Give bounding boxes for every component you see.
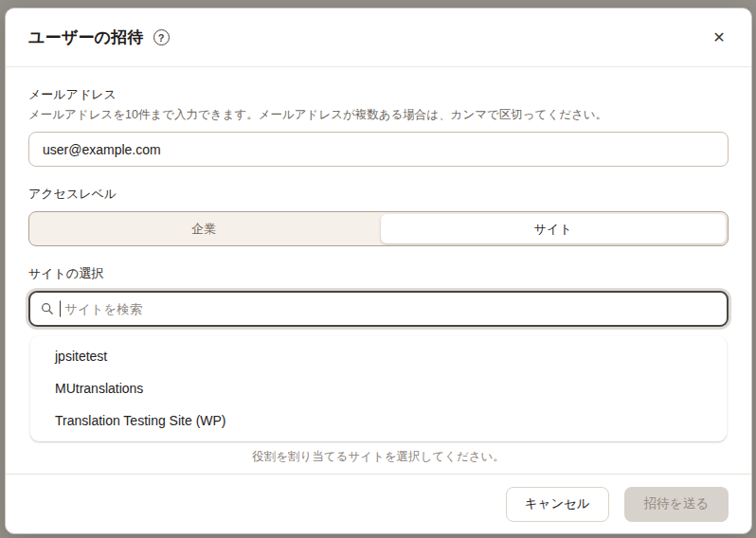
site-selection-helper-text: 役割を割り当てるサイトを選択してください。 — [28, 449, 729, 465]
email-description: メールアドレスを10件まで入力できます。メールアドレスが複数ある場合は、カンマで… — [28, 107, 729, 123]
dialog-footer: キャンセル 招待を送る — [6, 474, 751, 533]
email-input[interactable] — [28, 132, 729, 167]
site-search-wrap — [28, 291, 729, 327]
dialog-header: ユーザーの招待 ? ✕ — [6, 9, 751, 67]
site-selection-label: サイトの選択 — [28, 265, 729, 282]
dialog-title: ユーザーの招待 — [28, 27, 144, 48]
site-search-input[interactable] — [28, 291, 729, 327]
site-list-item[interactable]: Translation Testing Site (WP) — [30, 404, 727, 437]
help-icon[interactable]: ? — [153, 29, 170, 45]
dialog-body: メールアドレス メールアドレスを10件まで入力できます。メールアドレスが複数ある… — [6, 67, 751, 474]
invite-user-dialog: ユーザーの招待 ? ✕ メールアドレス メールアドレスを10件まで入力できます。… — [5, 8, 752, 534]
access-level-label: アクセスレベル — [28, 186, 729, 203]
site-list-item[interactable]: jpsitetest — [30, 340, 727, 372]
access-level-segmented-control: 企業 サイト — [28, 211, 729, 246]
send-invite-button[interactable]: 招待を送る — [624, 487, 729, 522]
close-icon[interactable]: ✕ — [706, 25, 732, 51]
segment-site[interactable]: サイト — [381, 214, 727, 243]
site-list-item[interactable]: MUtranslations — [30, 372, 727, 404]
segment-company[interactable]: 企業 — [29, 212, 379, 245]
site-dropdown-list: jpsitetest MUtranslations Translation Te… — [30, 336, 727, 441]
email-label: メールアドレス — [28, 86, 729, 103]
cancel-button[interactable]: キャンセル — [506, 487, 609, 522]
modal-overlay: ユーザーの招待 ? ✕ メールアドレス メールアドレスを10件まで入力できます。… — [0, 0, 756, 538]
